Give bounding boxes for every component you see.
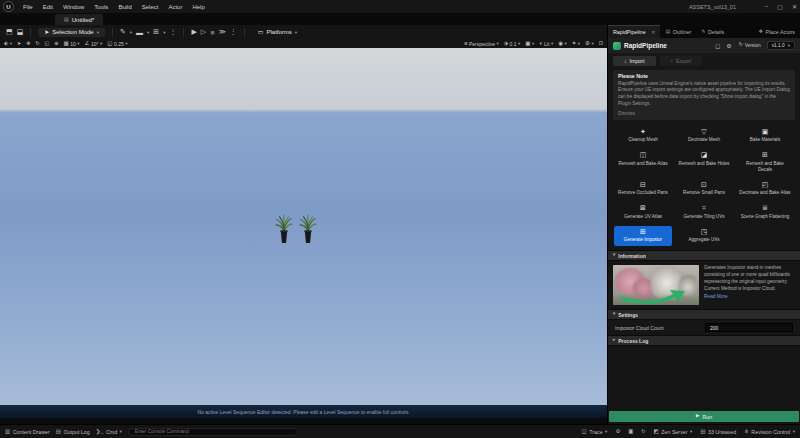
camera-speed-dropdown[interactable]: ⬗0.1▾	[504, 41, 520, 47]
impostor-cloud-count-input[interactable]	[705, 323, 793, 332]
menu-actor[interactable]: Actor	[163, 2, 187, 12]
read-more-link[interactable]: Read More	[704, 294, 795, 301]
rotate-tool-icon[interactable]: ↻	[35, 41, 39, 46]
close-tab-icon[interactable]: ✕	[651, 29, 655, 35]
action-decimate-bake-atlas[interactable]: ◰Decimate and Bake Atlas	[736, 179, 794, 199]
export-button[interactable]: ↑ Export	[660, 56, 703, 66]
run-button[interactable]: ▶ Run	[609, 411, 799, 422]
menu-help[interactable]: Help	[187, 2, 209, 12]
move-tool-icon[interactable]: ✥	[26, 41, 30, 46]
show-flags-dropdown[interactable]: ◉▾	[558, 41, 567, 47]
menu-build[interactable]: Build	[113, 2, 136, 12]
menu-window[interactable]: Window	[58, 2, 89, 12]
cmd-dropdown[interactable]: ❯_ Cmd ▾	[96, 429, 122, 435]
platforms-label: Platforms	[266, 29, 291, 35]
action-remove-small-parts[interactable]: ⊡Remove Small Parts	[675, 179, 733, 199]
settings-gear-icon[interactable]: ⚙	[726, 42, 731, 49]
insights-icon[interactable]: ↻	[641, 429, 645, 434]
action-aggregate-uvs[interactable]: ◳Aggregate UVs	[675, 226, 733, 246]
action-bake-materials[interactable]: ▣Bake Materials	[736, 126, 794, 146]
chevron-down-icon: ▾	[592, 41, 594, 46]
sequencer-warning-text: No active Level Sequence Editor detected…	[197, 409, 409, 415]
action-remove-occluded-parts[interactable]: ⊟Remove Occluded Parts	[614, 179, 672, 199]
information-section-header[interactable]: ▾ Information	[608, 250, 800, 261]
level-tab-untitled[interactable]: ▤ Untitled*	[55, 14, 103, 25]
zen-server-dropdown[interactable]: ◩ Zen Server ▾	[654, 429, 693, 435]
selection-mode-dropdown[interactable]: ➤ Selection Mode ▾	[38, 28, 105, 37]
scale-tool-icon[interactable]: ◱	[45, 41, 50, 46]
action-decimate-mesh[interactable]: ▽Decimate Mesh	[675, 126, 733, 146]
tab-details[interactable]: ✎ Details	[696, 25, 729, 38]
revision-control-dropdown[interactable]: ⋔ Revision Control ▾	[744, 429, 795, 435]
action-remesh-bake-decals[interactable]: ⊞Remesh and Bake Decals	[736, 149, 794, 175]
perspective-dropdown[interactable]: ≡Perspective▾	[464, 41, 499, 47]
tab-outliner[interactable]: ▤ Outliner	[660, 25, 696, 38]
scale-snap-dropdown[interactable]: ◱0.25▾	[107, 41, 127, 47]
close-button[interactable]: ✕	[792, 3, 797, 10]
select-tool-icon[interactable]: ➤	[17, 41, 21, 46]
action-scene-graph-flattening[interactable]: ≣Scene Graph Flattening	[736, 202, 794, 222]
action-remesh-bake-holes[interactable]: ◪Remesh and Bake Holes	[675, 149, 733, 175]
action-remesh-bake-atlas[interactable]: ◫Remesh and Bake Atlas	[614, 149, 672, 175]
process-log-section-header[interactable]: ▸ Process Log	[608, 335, 800, 346]
lock-icon[interactable]: ◻	[715, 42, 720, 49]
dismiss-link[interactable]: Dismiss	[618, 111, 790, 116]
action-generate-impostor[interactable]: ⊞Generate Impostor	[614, 226, 672, 246]
blueprints-dropdown-icon[interactable]: ✎	[120, 28, 126, 36]
menu-select[interactable]: Select	[137, 2, 164, 12]
screenshot-dropdown[interactable]: ▣▾	[525, 41, 534, 47]
import-button[interactable]: ↓ Import	[613, 56, 656, 66]
tab-place-actors[interactable]: ❖ Place Actors	[754, 25, 800, 38]
trace-dropdown[interactable]: ◫ Trace ▾	[582, 429, 608, 435]
restore-button[interactable]: ▢	[777, 3, 783, 10]
rotation-snap-icon: ∠	[85, 41, 90, 47]
viewport-settings-dropdown[interactable]: ⚙▾	[585, 41, 594, 47]
settings-section-header[interactable]: ▾ Settings	[608, 309, 800, 320]
rapidpipeline-panel: RapidPipeline ✕ ▤ Outliner ✎ Details ❖ P…	[607, 25, 800, 424]
derived-data-icon[interactable]: ▣	[628, 429, 633, 434]
action-generate-tiling-uvs[interactable]: ⌗Generate Tiling UVs	[675, 202, 733, 222]
sequencer-warning-bar: No active Level Sequence Editor detected…	[0, 405, 607, 418]
unreal-logo-icon[interactable]: U	[3, 1, 14, 12]
play-options-icon[interactable]: ⋮	[230, 28, 237, 36]
tab-rapidpipeline[interactable]: RapidPipeline ✕	[608, 25, 660, 38]
world-local-toggle-icon[interactable]: ⊕	[54, 41, 58, 46]
lit-mode-dropdown[interactable]: ◐Lit▾	[539, 41, 553, 47]
surface-snap-dropdown[interactable]: ⬖▾	[4, 41, 12, 47]
content-drawer-button[interactable]: ▥ Content Drawer	[5, 429, 50, 435]
eject-button[interactable]: ≫	[218, 28, 225, 36]
stop-button[interactable]: ■	[210, 29, 214, 36]
viewport-3d[interactable]: No active Level Sequence Editor detected…	[0, 48, 608, 418]
output-log-button[interactable]: ▤ Output Log	[56, 429, 90, 435]
window-title: ASSETS_vol13_01	[689, 4, 736, 10]
quick-add-dropdown-icon[interactable]: ⊞	[153, 28, 159, 36]
menu-edit[interactable]: Edit	[38, 2, 58, 12]
potted-plant-actor[interactable]	[275, 212, 293, 245]
maximize-viewport-icon[interactable]: ⊡	[599, 41, 603, 46]
grid-snap-dropdown[interactable]: ▦10▾	[64, 41, 80, 47]
version-dropdown[interactable]: v1.1.0 ▾	[767, 41, 795, 50]
toolbar-options-icon[interactable]: ⋮	[169, 28, 176, 36]
save-icon[interactable]: ⬒	[6, 28, 13, 36]
window-controls: – ▢ ✕	[765, 3, 797, 10]
action-label: Cleanup Mesh	[628, 137, 658, 143]
rotation-snap-dropdown[interactable]: ∠10°▾	[85, 41, 103, 47]
content-browser-icon[interactable]: ⬓	[17, 28, 24, 36]
frame-skip-button[interactable]: ▷	[201, 28, 206, 36]
play-button[interactable]: ▶	[191, 28, 196, 36]
menu-file[interactable]: File	[18, 2, 38, 12]
cinematics-dropdown-icon[interactable]: ▬	[136, 29, 143, 36]
unsaved-changes-button[interactable]: ▤ 33 Unsaved	[700, 429, 736, 435]
action-generate-uv-atlas[interactable]: ⊠Generate UV Atlas	[614, 202, 672, 222]
potted-plant-actor[interactable]	[299, 212, 317, 245]
platforms-dropdown[interactable]: ▭ Platforms ▾	[252, 28, 303, 37]
menu-tools[interactable]: Tools	[89, 2, 113, 12]
title-bar: U File Edit Window Tools Build Select Ac…	[0, 0, 800, 13]
console-command-input[interactable]	[128, 428, 298, 436]
unreal-editor-window: U File Edit Window Tools Build Select Ac…	[0, 0, 800, 438]
effects-dropdown[interactable]: ✦▾	[572, 41, 580, 47]
action-cleanup-mesh[interactable]: ✦Cleanup Mesh	[614, 126, 672, 146]
minimize-button[interactable]: –	[765, 3, 768, 10]
editor-preferences-icon[interactable]: ⚙	[615, 429, 620, 434]
chevron-down-icon: ▾	[564, 41, 566, 46]
